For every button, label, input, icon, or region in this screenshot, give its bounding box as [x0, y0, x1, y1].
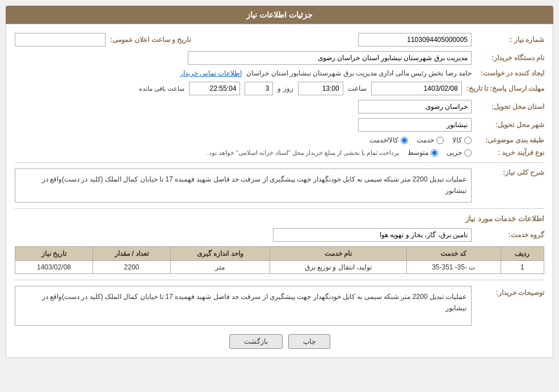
remaining-text: ساعت باقی مانده — [139, 85, 184, 92]
province-input — [358, 100, 472, 113]
announcement-date-input — [15, 33, 106, 47]
purchase-type-radio-group: جزیی متوسط پرداخت تمام یا بخشی از مبلغ خ… — [207, 149, 472, 157]
col-unit: واحد اندازه گیری — [170, 247, 270, 261]
city-input — [358, 118, 472, 132]
creator-contact-link[interactable]: اطلاعات تماس خریدار — [180, 69, 242, 77]
purchase-type-motawaset-radio[interactable] — [431, 149, 438, 157]
print-button[interactable]: چاپ — [288, 334, 330, 349]
buyer-desc-label: توصیحات خریدار: — [476, 286, 544, 297]
table-row: 1 ت -35- 351-35 تولید، انتقال و توزیع بر… — [15, 261, 544, 274]
announcement-date-label: تاریخ و ساعت اعلان عمومی: — [110, 36, 191, 44]
need-description-box: عملیات تبدیل 2200 متر شبکه سیمی به کابل … — [15, 168, 472, 203]
deadline-time-input — [298, 82, 343, 95]
creator-label: ایجاد کننده در خواست: — [476, 69, 544, 77]
category-kala-item[interactable]: کالا — [452, 136, 472, 144]
cell-unit: متر — [170, 261, 270, 274]
cell-name: تولید، انتقال و توزیع برق — [270, 261, 406, 274]
button-container: چاپ بازگشت — [15, 334, 544, 349]
deadline-time-label: ساعت — [348, 85, 367, 92]
category-khadamat-item[interactable]: خدمت — [417, 136, 444, 144]
col-code: کد خدمت — [406, 247, 501, 261]
category-khadamat-label: خدمت — [417, 136, 434, 144]
service-group-input — [273, 228, 472, 242]
category-kala-khadamat-radio[interactable] — [401, 137, 408, 144]
purchase-type-motawaset-label: متوسط — [407, 149, 428, 157]
service-group-label: گروه خدمت: — [476, 231, 544, 239]
page-title: جزئیات اطلاعات نیاز — [6, 6, 553, 24]
cell-row: 1 — [501, 261, 544, 274]
category-kala-khadamat-item[interactable]: کالا/خدمت — [369, 136, 408, 144]
back-button[interactable]: بازگشت — [229, 334, 283, 349]
purchase-type-label: نوع فرآیند خرید : — [476, 149, 544, 157]
col-qty: تعداد / مقدار — [93, 247, 170, 261]
purchase-type-jozyi-label: جزیی — [447, 149, 462, 157]
category-khadamat-radio[interactable] — [436, 137, 444, 144]
purchase-type-note: پرداخت تمام یا بخشی از مبلغ خریداز محل "… — [207, 149, 399, 157]
category-radio-group: کالا خدمت کالا/خدمت — [369, 136, 472, 144]
col-name: نام خدمت — [270, 247, 406, 261]
city-label: شهر محل تحویل: — [476, 121, 544, 129]
purchase-type-motawaset-item[interactable]: متوسط — [407, 149, 438, 157]
services-section-title: اطلاعات خدمات مورد نیاز — [15, 214, 544, 225]
need-number-label: شماره نیاز : — [476, 36, 544, 44]
purchase-type-jozyi-radio[interactable] — [464, 149, 472, 157]
need-number-input — [358, 33, 472, 47]
deadline-date-input — [371, 82, 462, 95]
cell-date: 1403/02/08 — [15, 261, 93, 274]
category-kala-label: کالا — [452, 136, 462, 144]
province-label: استان محل تحویل: — [476, 103, 544, 111]
need-description-label: شرح کلی نیاز: — [476, 168, 544, 176]
col-date: تاریخ نیاز — [15, 247, 93, 261]
purchase-type-jozyi-item[interactable]: جزیی — [447, 149, 472, 157]
creator-value: حامد رضا بخش رئیس مالی اداری مدیریت برق … — [246, 69, 472, 77]
response-deadline-label: مهلت ارسال پاسخ: تا تاریخ: — [466, 85, 544, 92]
deadline-countdown-input — [189, 82, 240, 95]
category-kala-khadamat-label: کالا/خدمت — [369, 136, 398, 144]
services-table: ردیف کد خدمت نام خدمت واحد اندازه گیری ت… — [15, 246, 544, 274]
buyer-name-label: نام دستگاه خریدار: — [476, 54, 544, 62]
deadline-day-label: روز و — [278, 85, 293, 92]
buyer-description-box: عملیات تبدیل 2200 متر شبکه سیمی به کابل … — [15, 286, 472, 326]
category-label: طبقه بندی موضوعی: — [476, 136, 544, 144]
cell-code: ت -35- 351-35 — [406, 261, 501, 274]
deadline-days-input — [245, 82, 273, 95]
cell-qty: 2200 — [93, 261, 170, 274]
category-kala-radio[interactable] — [464, 137, 472, 144]
col-row: ردیف — [501, 247, 544, 261]
buyer-name-input — [188, 51, 472, 65]
